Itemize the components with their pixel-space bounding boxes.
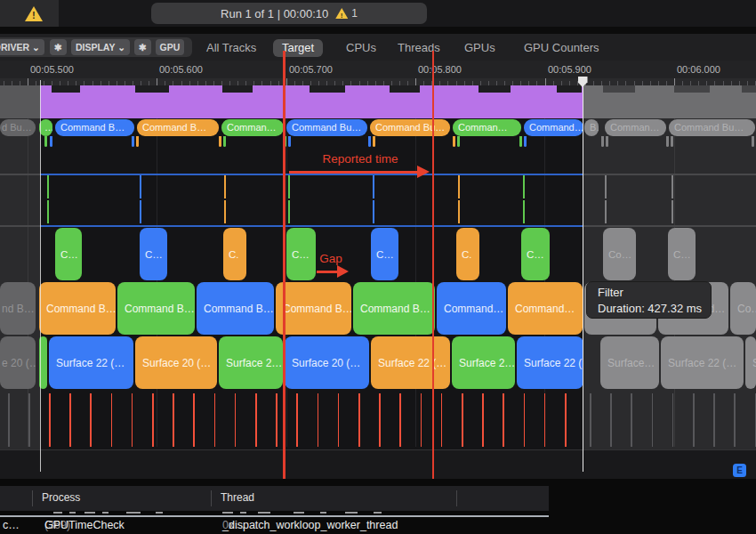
ruler-tick <box>286 78 287 85</box>
interval-tick <box>288 175 290 198</box>
track-separator <box>583 225 756 227</box>
tab-cpus[interactable]: CPUs <box>346 39 376 57</box>
command-buffer-pill[interactable]: … <box>39 119 52 136</box>
compute-block[interactable]: C… <box>286 228 316 280</box>
compute-block[interactable]: C… <box>55 228 82 280</box>
compute-block[interactable]: C. <box>223 228 246 280</box>
command-buffer-block[interactable]: Command B… <box>353 282 435 335</box>
command-buffer-block[interactable]: Co… <box>730 282 756 335</box>
interval-tick <box>523 200 525 223</box>
surface-block[interactable]: e 20 (… <box>0 336 36 389</box>
interval-tick <box>458 200 460 223</box>
ruler-time-label: 00:05.600 <box>159 64 203 75</box>
command-buffer-block[interactable]: Command… <box>437 282 506 335</box>
surface-block[interactable]: Surface 2… <box>219 336 283 389</box>
gpu-track-notch <box>135 85 169 93</box>
filter-button[interactable]: ✱ <box>50 39 67 55</box>
command-buffer-pill[interactable]: Comman… <box>605 119 666 136</box>
surface-block[interactable]: Surface… <box>600 336 659 389</box>
filter-duration-tooltip: Filter Duration: 427.32 ms <box>586 281 712 319</box>
run-warning-group[interactable]: ! 1 <box>335 7 358 20</box>
playhead-line[interactable] <box>583 78 584 472</box>
command-buffer-block[interactable]: nd B… <box>0 282 36 335</box>
vsync-tick-dim <box>693 393 695 447</box>
compute-block[interactable]: C… <box>668 228 696 280</box>
tab-all-tracks[interactable]: All Tracks <box>206 39 256 57</box>
compute-block[interactable]: Co… <box>603 228 636 280</box>
gpu-track-notch <box>479 85 511 93</box>
e-badge[interactable]: E <box>733 464 746 477</box>
filter-button[interactable]: DRIVER ⌄ <box>0 39 44 55</box>
filter-button[interactable]: ✱ <box>134 39 151 55</box>
compute-block[interactable]: C. <box>456 228 479 280</box>
column-separator[interactable] <box>456 490 457 506</box>
command-buffer-pill[interactable]: Command B… <box>55 119 134 136</box>
surface-block[interactable]: Surface 22 (… <box>661 336 744 389</box>
ruler-tick <box>28 78 28 85</box>
surface-block[interactable]: Surface 22 (… <box>517 336 583 389</box>
vsync-tick <box>318 393 319 447</box>
ruler-time-label: 00:05.900 <box>548 64 591 75</box>
surface-block[interactable]: Surface 2… <box>452 336 515 389</box>
vsync-tick <box>255 393 257 447</box>
row-track-cell: c… <box>3 517 20 534</box>
compute-track[interactable]: C…C…C.C…C…C.C…Co…C… <box>0 228 756 280</box>
column-separator[interactable] <box>211 490 212 506</box>
column-header[interactable]: Process <box>42 491 80 504</box>
vsync-tick <box>193 393 195 447</box>
command-buffer-track[interactable]: d Bu……Command B…Command B…Comman…Command… <box>0 119 756 136</box>
command-buffer-block[interactable]: Command B… <box>117 282 195 335</box>
command-buffer-pill[interactable]: Comman… <box>453 119 521 136</box>
run-status-pill[interactable]: Run 1 of 1 | 00:00:10 ! 1 <box>151 3 427 24</box>
surface-block[interactable]: Surface 20 (… <box>135 336 217 389</box>
time-ruler-ticks <box>0 78 756 85</box>
timeline-track-area[interactable]: 00:05.50000:05.60000:05.70000:05.80000:0… <box>0 61 756 479</box>
detail-table-header[interactable]: ProcessThread <box>0 486 549 511</box>
encoder-tick <box>453 136 455 147</box>
tab-gpu-counters[interactable]: GPU Counters <box>524 39 599 57</box>
interval-tick <box>47 200 49 223</box>
vsync-tick <box>421 393 422 447</box>
command-buffer-pill[interactable]: Command Bu… <box>669 119 755 136</box>
track-separator <box>0 225 40 227</box>
surface-track[interactable]: e 20 (…Surface 22 (…Surface 20 (…Surface… <box>0 336 756 389</box>
surface-block[interactable]: Surface 22 (… <box>371 336 450 389</box>
vsync-tick-dim <box>28 393 30 447</box>
tab-gpus[interactable]: GPUs <box>464 39 495 57</box>
column-separator[interactable] <box>32 490 33 506</box>
vsync-tick-dim <box>652 393 654 447</box>
surface-block[interactable]: Surface 20 (… <box>285 336 369 389</box>
interval-tick <box>373 175 374 198</box>
command-buffer-pill[interactable]: Command Bu… <box>370 119 450 136</box>
compute-block[interactable]: C… <box>521 228 550 280</box>
filter-button-group: DRIVER ⌄✱DISPLAY ⌄✱GPU <box>0 37 192 57</box>
command-buffer-pill[interactable]: Command B… <box>137 119 219 136</box>
annotation-line-start <box>283 51 286 479</box>
column-header[interactable]: Thread <box>221 491 254 504</box>
vsync-tick <box>544 393 546 447</box>
filter-button[interactable]: DISPLAY ⌄ <box>71 39 130 55</box>
command-buffer-block[interactable]: Command… <box>508 282 583 335</box>
warning-icon[interactable]: ! <box>25 6 43 21</box>
table-row[interactable]: c… GPUTimeCheck (369) _dispatch_workloop… <box>0 517 569 534</box>
command-buffer-pill[interactable]: Command Bu… <box>286 119 367 136</box>
filter-button[interactable]: GPU <box>156 39 184 55</box>
command-buffer-pill[interactable]: Command… <box>524 119 583 136</box>
tab-target[interactable]: Target <box>273 39 323 57</box>
command-buffer-pill[interactable]: Comman… <box>221 119 284 136</box>
command-buffer-pill[interactable]: B… <box>584 119 599 136</box>
command-buffer-block[interactable]: Command B… <box>39 282 116 335</box>
command-buffer-pill[interactable]: d Bu… <box>0 119 36 136</box>
compute-block[interactable]: C… <box>140 228 167 280</box>
vsync-tick <box>90 393 92 447</box>
time-ruler[interactable]: 00:05.50000:05.60000:05.70000:05.80000:0… <box>0 61 756 78</box>
command-buffer-block[interactable]: Command B… <box>276 282 351 335</box>
surface-block[interactable]: Surface 22 (… <box>49 336 133 389</box>
surface-block[interactable]: S… <box>745 336 756 389</box>
command-buffer-block[interactable]: Command B… <box>197 282 274 335</box>
selection-start-line[interactable] <box>40 80 41 472</box>
vsync-tick <box>49 393 51 447</box>
compute-block[interactable]: C… <box>371 228 398 280</box>
interval-track[interactable] <box>0 174 756 227</box>
ruler-tick <box>415 78 416 85</box>
